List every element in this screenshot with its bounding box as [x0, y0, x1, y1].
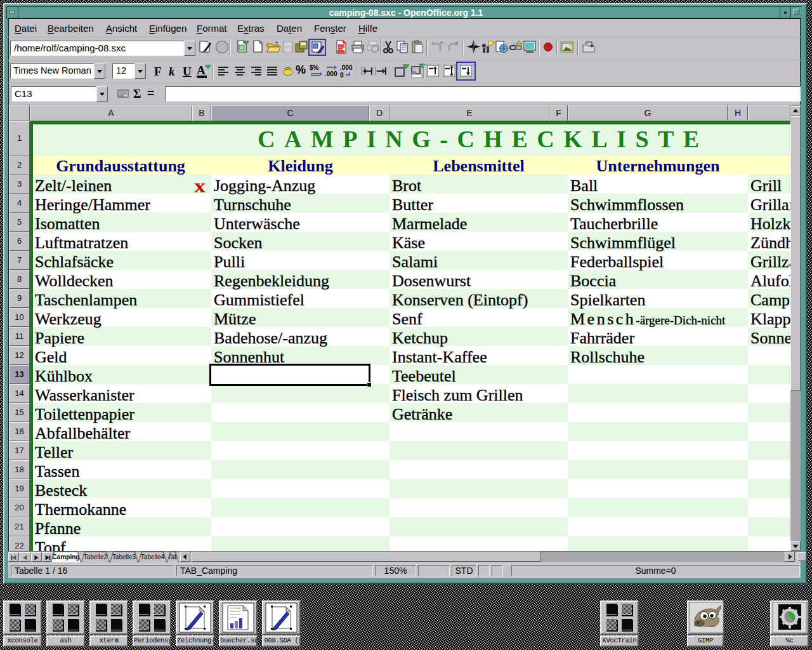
svg-text:$%: $% — [310, 64, 319, 71]
svg-text:.000: .000 — [340, 64, 353, 71]
svg-text:.000: .000 — [325, 70, 337, 77]
svg-text:0: 0 — [340, 72, 344, 79]
svg-text:A: A — [197, 63, 206, 77]
